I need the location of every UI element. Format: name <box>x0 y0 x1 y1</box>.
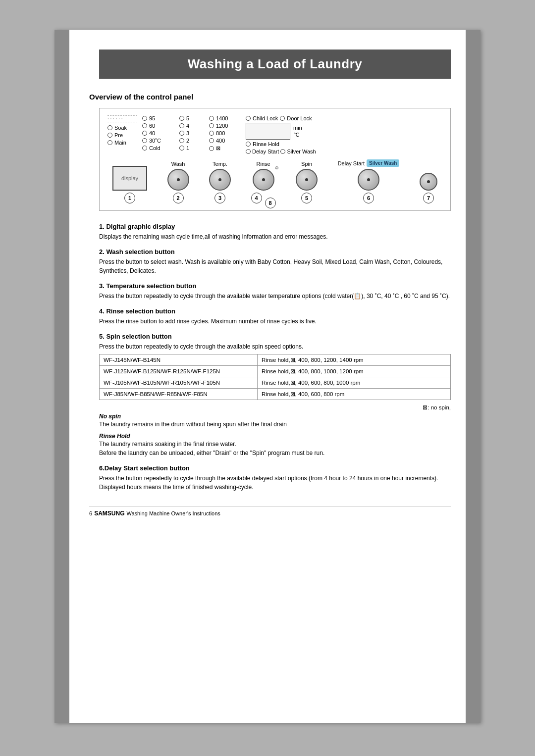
disp-800: 800 <box>209 130 239 136</box>
title-box: Washing a Load of Laundry <box>99 50 451 79</box>
silver-wash-badge: Silver Wash <box>367 159 399 167</box>
silver-wash-knob[interactable] <box>420 173 437 191</box>
disp-3: 3 <box>179 130 204 136</box>
silver-wash-knob-group: 7 <box>420 173 437 203</box>
disp-x: ⊠ <box>209 145 239 151</box>
model-cell: WF-J125N/WF-B125N/WF-R125N/WF-F125N <box>100 366 258 377</box>
speeds-cell: Rinse hold,⊠, 400, 600, 800, 1000 rpm <box>258 377 451 389</box>
item6-heading: 6.Delay Start selection button <box>99 464 451 472</box>
footer: 6 SAMSUNG Washing Machine Owner's Instru… <box>89 506 451 517</box>
disp-1200: 1200 <box>209 123 239 129</box>
number-8: 8 <box>265 198 276 208</box>
item2-text: Press the button to select wash. Wash is… <box>99 257 451 275</box>
wash-label: Wash <box>171 161 185 167</box>
item3-heading: 3. Temperature selection button <box>99 282 451 290</box>
disp-2: 2 <box>179 138 204 144</box>
item2-heading: 2. Wash selection button <box>99 248 451 255</box>
disp-1: 1 <box>179 145 204 151</box>
temp-label: Temp. <box>213 161 227 167</box>
item1-heading: 1. Digital graphic display <box>99 223 451 230</box>
spin-knob[interactable] <box>296 169 318 191</box>
disp-cold: Cold <box>142 145 174 151</box>
wash-knob-group: Wash 2 <box>167 161 189 203</box>
disp-95: 95 <box>142 115 174 121</box>
rinse-knob[interactable] <box>253 169 274 191</box>
temp-knob-group: Temp. 3 <box>209 161 231 203</box>
number-5: 5 <box>301 193 312 203</box>
delay-start-knob-group: Delay Start Silver Wash 6 <box>338 159 400 203</box>
disp-1400: 1400 <box>209 115 239 121</box>
number-1: 1 <box>124 193 135 203</box>
item1-text: Displays the remaining wash cycle time,a… <box>99 232 451 241</box>
table-row: WF-J145N/WF-B145NRinse hold,⊠, 400, 800,… <box>100 354 451 366</box>
disp-5: 5 <box>179 115 204 121</box>
model-cell: WF-J105N/WF-B105N/WF-R105N/WF-F105N <box>100 377 258 389</box>
number-4: 4 <box>251 193 262 203</box>
no-spin-note: ⊠: no spin, <box>99 404 451 411</box>
item3-text: Press the button repeatedly to cycle thr… <box>99 292 451 301</box>
rinse-knob-group: Rinse ☺ 4 8 <box>251 161 276 203</box>
table-row: WF-J105N/WF-B105N/WF-R105N/WF-F105NRinse… <box>100 377 451 389</box>
display-row-pre: Pre <box>107 132 137 138</box>
speeds-cell: Rinse hold,⊠, 400, 800, 1000, 1200 rpm <box>258 366 451 377</box>
delay-silver-row: Delay Start Silver Wash <box>246 149 316 154</box>
speeds-cell: Rinse hold,⊠, 400, 800, 1200, 1400 rpm <box>258 354 451 366</box>
display-rect-area: min ℃ <box>246 123 316 140</box>
knob-area: display 1 Wash 2 Temp. 3 <box>107 159 442 203</box>
number-6: 6 <box>363 193 374 203</box>
temp-knob[interactable] <box>209 169 231 191</box>
child-door-lock: Child Lock Door Lock <box>246 115 316 121</box>
spin-table: WF-J145N/WF-B145NRinse hold,⊠, 400, 800,… <box>99 354 451 400</box>
rinse-label: Rinse <box>257 161 270 167</box>
rinse-hold-row: Rinse Hold <box>246 141 316 147</box>
display-row-soak: Soak <box>107 125 137 131</box>
number-7: 7 <box>423 193 434 203</box>
content-area: 1. Digital graphic display Displays the … <box>99 223 451 492</box>
footer-page-number: 6 <box>89 510 92 516</box>
number-2: 2 <box>173 193 184 203</box>
item4-heading: 4. Rinse selection button <box>99 307 451 315</box>
no-spin-text: The laundry remains in the drum without … <box>99 420 451 429</box>
item5-heading: 5. Spin selection button <box>99 333 451 340</box>
footer-text: Washing Machine Owner's Instructions <box>126 510 220 516</box>
no-spin-heading: No spin <box>99 413 451 420</box>
disp-400: 400 <box>209 138 239 144</box>
rinse-hold-heading: Rinse Hold <box>99 433 451 440</box>
item4-text: Press the rinse button to add rinse cycl… <box>99 317 451 326</box>
table-row: WF-J125N/WF-B125N/WF-R125N/WF-F125NRinse… <box>100 366 451 377</box>
speeds-cell: Rinse hold,⊠, 400, 600, 800 rpm <box>258 389 451 400</box>
number-3: 3 <box>214 193 225 203</box>
spin-knob-group: Spin 5 <box>296 161 318 203</box>
disp-4: 4 <box>179 123 204 129</box>
page-title: Washing a Load of Laundry <box>114 56 436 72</box>
model-cell: WF-J85N/WF-B85N/WF-R85N/WF-F85N <box>100 389 258 400</box>
delay-start-label: Delay Start Silver Wash <box>338 159 400 167</box>
section-heading: Overview of the control panel <box>89 93 451 101</box>
spin-label: Spin <box>301 161 312 167</box>
item6-text: Press the button repeatedly to cycle thr… <box>99 474 451 492</box>
delay-start-knob[interactable] <box>358 169 379 191</box>
wash-knob[interactable] <box>167 169 189 191</box>
table-row: WF-J85N/WF-B85N/WF-R85N/WF-F85NRinse hol… <box>100 389 451 400</box>
disp-40: 40 <box>142 130 174 136</box>
control-panel-diagram: · · · · · · Soak Pre Main 95 60 40 <box>99 108 451 211</box>
model-cell: WF-J145N/WF-B145N <box>100 354 258 366</box>
footer-brand: SAMSUNG <box>94 510 124 517</box>
page: Washing a Load of Laundry Overview of th… <box>54 30 481 723</box>
rinse-hold-text2: Before the laundry can be unloaded, eith… <box>99 449 451 457</box>
display-item-1: display 1 <box>112 166 147 203</box>
rinse-hold-text1: The laundry remains soaking in the final… <box>99 440 451 449</box>
item5-text: Press the button repeatedly to cycle thr… <box>99 342 451 351</box>
disp-30: 30˚C <box>142 138 174 144</box>
display-row-main: Main <box>107 140 137 146</box>
disp-60: 60 <box>142 123 174 129</box>
